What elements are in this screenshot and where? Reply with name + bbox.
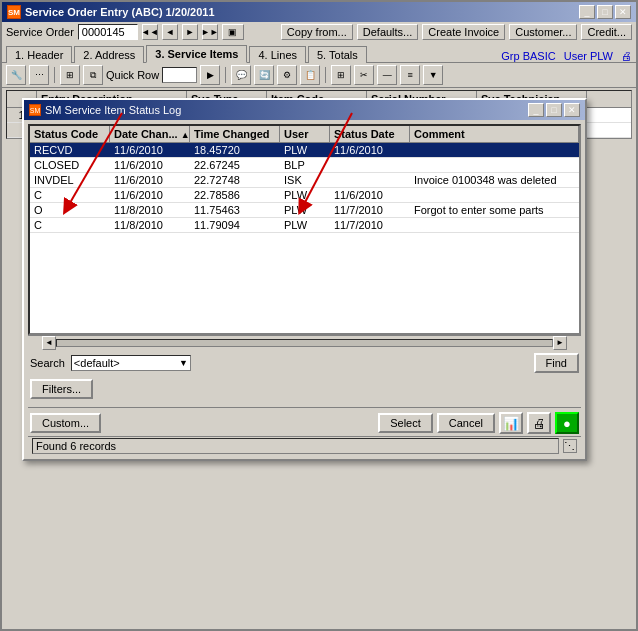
dialog-table-row[interactable]: RECVD 11/6/2010 18.45720 PLW 11/6/2010 [30,143,579,158]
cell-date-0: 11/6/2010 [110,143,190,157]
user-plw-link[interactable]: User PLW [564,50,613,62]
toolbar-icon1[interactable]: 💬 [231,65,251,85]
cell-comment-3 [410,188,579,202]
close-button[interactable]: ✕ [615,5,631,19]
cell-user-2: ISK [280,173,330,187]
credit-button[interactable]: Credit... [581,24,632,40]
toolbar-icon7[interactable]: — [377,65,397,85]
cell-status-4: O [30,203,110,217]
toolbar-icon8[interactable]: ≡ [400,65,420,85]
cell-time-4: 11.75463 [190,203,280,217]
scroll-right-button[interactable]: ► [553,336,567,350]
tab-service-items[interactable]: 3. Service Items [146,45,247,63]
dialog-table-row[interactable]: C 11/6/2010 22.78586 PLW 11/6/2010 [30,188,579,203]
nav-last-button[interactable]: ►► [202,24,218,40]
nav-prev-button[interactable]: ◄ [162,24,178,40]
cell-status-0: RECVD [30,143,110,157]
filters-row: Filters... [28,377,581,401]
scrollbar-track[interactable] [56,339,553,347]
dialog-icon: SM [29,104,41,116]
nav-first-button[interactable]: ◄◄ [142,24,158,40]
main-window: SM Service Order Entry (ABC) 1/20/2011 _… [0,0,638,631]
dots-icon[interactable]: ⋯ [29,65,49,85]
cell-status-3: C [30,188,110,202]
tab-totals[interactable]: 5. Totals [308,46,367,63]
search-label: Search [30,357,65,369]
copy-from-button[interactable]: Copy from... [281,24,353,40]
cell-date-3: 11/6/2010 [110,188,190,202]
toolbar-icon9[interactable]: ▼ [423,65,443,85]
cell-user-5: PLW [280,218,330,232]
export-icon[interactable]: 📊 [499,412,523,434]
status-log-dialog: SM SM Service Item Status Log _ □ ✕ Stat… [22,98,587,461]
cell-comment-0 [410,143,579,157]
sort-arrow-icon: ▲ [181,130,190,140]
dialog-table-row[interactable]: CLOSED 11/6/2010 22.67245 BLP [30,158,579,173]
action-buttons-row: Custom... Select Cancel 📊 🖨 ● [28,410,581,436]
defaults-button[interactable]: Defaults... [357,24,419,40]
cell-user-3: PLW [280,188,330,202]
nav-next-button[interactable]: ► [182,24,198,40]
cell-time-5: 11.79094 [190,218,280,232]
service-order-input[interactable] [78,24,138,40]
dialog-table-header: Status Code Date Chan... ▲ Time Changed … [30,126,579,143]
ok-icon[interactable]: ● [555,412,579,434]
cell-status-5: C [30,218,110,232]
toolbar-icon6[interactable]: ✂ [354,65,374,85]
dialog-col-date: Date Chan... ▲ [110,126,190,142]
add-row-icon[interactable]: ⊞ [60,65,80,85]
separator [28,407,581,408]
find-button[interactable]: Find [534,353,579,373]
custom-button[interactable]: Custom... [30,413,101,433]
cell-statusdate-0: 11/6/2010 [330,143,410,157]
cell-comment-5 [410,218,579,232]
dialog-col-status: Status Code [30,126,110,142]
dialog-content: Status Code Date Chan... ▲ Time Changed … [24,120,585,459]
combo-arrow-icon[interactable]: ▼ [179,358,188,368]
dialog-col-time: Time Changed [190,126,280,142]
search-value: <default> [74,357,179,369]
wrench-icon[interactable]: 🔧 [6,65,26,85]
scroll-left-button[interactable]: ◄ [42,336,56,350]
cancel-button[interactable]: Cancel [437,413,495,433]
toolbar-icon5[interactable]: ⊞ [331,65,351,85]
cell-user-1: BLP [280,158,330,172]
dialog-table-row[interactable]: INVDEL 11/6/2010 22.72748 ISK Invoice 01… [30,173,579,188]
select-button[interactable]: Select [378,413,433,433]
quick-row-input[interactable] [162,67,197,83]
toolbar-icon3[interactable]: ⚙ [277,65,297,85]
dialog-table-row[interactable]: O 11/8/2010 11.75463 PLW 11/7/2010 Forgo… [30,203,579,218]
dialog-minimize-button[interactable]: _ [528,103,544,117]
dialog-close-button[interactable]: ✕ [564,103,580,117]
dialog-table: Status Code Date Chan... ▲ Time Changed … [28,124,581,335]
tab-address[interactable]: 2. Address [74,46,144,63]
cell-statusdate-2 [330,173,410,187]
dialog-table-row[interactable]: C 11/8/2010 11.79094 PLW 11/7/2010 [30,218,579,233]
status-panel: Found 6 records [32,438,559,454]
dialog-maximize-button[interactable]: □ [546,103,562,117]
cell-statusdate-3: 11/6/2010 [330,188,410,202]
grp-basic-link[interactable]: Grp BASIC [501,50,555,62]
cell-time-1: 22.67245 [190,158,280,172]
tab-header[interactable]: 1. Header [6,46,72,63]
cell-date-2: 11/6/2010 [110,173,190,187]
copy-row-icon[interactable]: ⧉ [83,65,103,85]
create-invoice-button[interactable]: Create Invoice [422,24,505,40]
dialog-col-statusdate: Status Date [330,126,410,142]
minimize-button[interactable]: _ [579,5,595,19]
toolbar-icon4[interactable]: 📋 [300,65,320,85]
resize-grip[interactable]: ⋱ [563,439,577,453]
customer-button[interactable]: Customer... [509,24,577,40]
toolbar-icon2[interactable]: 🔄 [254,65,274,85]
dialog-scrollbar-h[interactable]: ◄ ► [28,335,581,349]
search-combo[interactable]: <default> ▼ [71,355,191,371]
filters-button[interactable]: Filters... [30,379,93,399]
print-icon[interactable]: 🖨 [527,412,551,434]
quick-row-go-icon[interactable]: ▶ [200,65,220,85]
nav-input-button[interactable]: ▣ [222,24,244,40]
cell-status-1: CLOSED [30,158,110,172]
tab-lines[interactable]: 4. Lines [249,46,306,63]
service-order-label: Service Order [6,26,74,38]
maximize-button[interactable]: □ [597,5,613,19]
cell-comment-4: Forgot to enter some parts [410,203,579,217]
